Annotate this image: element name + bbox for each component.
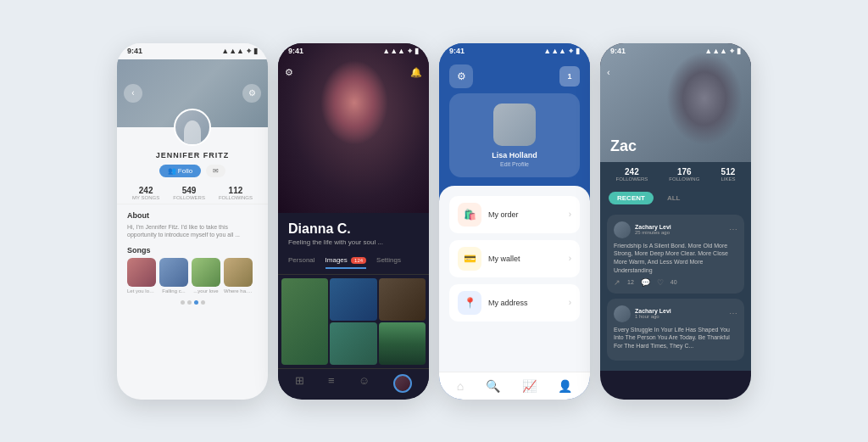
post-time-1: 25 minutes ago xyxy=(635,230,671,235)
signal-icon: ▲▲▲ xyxy=(221,47,244,55)
edit-profile-3[interactable]: Edit Profile xyxy=(500,161,529,167)
menu-item-left-address: 📍 My address xyxy=(458,291,528,315)
comment-count-1: 12 xyxy=(627,279,634,285)
nav-profile-icon[interactable]: 👤 xyxy=(558,379,572,393)
follow-button[interactable]: 👥 Follo xyxy=(159,165,201,177)
message-button[interactable]: ✉ xyxy=(206,165,225,177)
battery-icon-3: ▮ xyxy=(576,47,580,55)
stat-followers: 549 FOLLOWERS xyxy=(173,186,205,200)
nav-avatar[interactable] xyxy=(393,374,412,393)
order-icon-box: 🛍️ xyxy=(458,203,481,227)
time-1: 9:41 xyxy=(127,47,142,55)
status-bar-1: 9:41 ▲▲▲ ⌖ ▮ xyxy=(117,43,268,59)
songs-title: Songs xyxy=(127,246,258,255)
filter-recent[interactable]: RECENT xyxy=(609,192,654,204)
back-button-1[interactable]: ‹ xyxy=(124,84,142,103)
status-icons-4: ▲▲▲ ⌖ ▮ xyxy=(704,47,741,56)
grid-image-2[interactable] xyxy=(330,278,376,321)
notification-icon-2[interactable]: 🔔 xyxy=(410,67,422,78)
song-item-3[interactable]: ...your love xyxy=(192,258,220,294)
dot-3 xyxy=(194,300,198,305)
user-name-1: JENNIFER FRITZ xyxy=(117,151,268,159)
nav-grid-icon[interactable]: ⊞ xyxy=(295,374,304,393)
signal-icon-2: ▲▲▲ xyxy=(382,47,405,55)
pagination-dots xyxy=(127,300,258,305)
phone3-header: ⚙ 1 xyxy=(439,59,590,93)
status-bar-3: 9:41 ▲▲▲ ⌖ ▮ xyxy=(439,43,590,59)
follow-row: 👥 Follo ✉ xyxy=(117,159,268,182)
avatar-1 xyxy=(174,109,211,146)
grid-image-5[interactable] xyxy=(379,322,426,365)
user-name-2: Dianna C. xyxy=(288,221,419,237)
post-more-icon-1[interactable]: ⋯ xyxy=(729,225,737,234)
signal-icon-4: ▲▲▲ xyxy=(704,47,727,55)
filter-all[interactable]: ALL xyxy=(659,192,689,204)
notification-badge-3[interactable]: 1 xyxy=(559,66,580,87)
nav-home-icon[interactable]: ⌂ xyxy=(457,379,464,393)
images-badge: 124 xyxy=(351,257,366,264)
post-user-row-2: Zachary Levi 1 hour ago xyxy=(614,305,671,322)
post-user-info-1: Zachary Levi 25 minutes ago xyxy=(635,224,671,235)
time-4: 9:41 xyxy=(610,47,626,55)
wallet-icon-box: 💳 xyxy=(458,247,481,271)
tab-settings[interactable]: Settings xyxy=(376,256,401,269)
about-title: About xyxy=(127,211,258,220)
address-label: My address xyxy=(488,299,528,307)
comment-icon-1[interactable]: 💬 xyxy=(641,278,650,287)
menu-item-wallet[interactable]: 💳 My wallet › xyxy=(449,240,580,277)
about-text: Hi, I'm Jennifer Fitz. I'd like to take … xyxy=(127,223,258,240)
stat-following-4: 176 FOLLOWING xyxy=(669,167,699,182)
phone2-inner: 9:41 ▲▲▲ ⌖ ▮ ⚙ 🔔 Dianna C. Feeling the l… xyxy=(278,43,429,400)
phone1-body: About Hi, I'm Jennifer Fitz. I'd like to… xyxy=(117,204,268,312)
stat-likes-4: 512 LIKES xyxy=(721,167,735,182)
grid-image-3[interactable] xyxy=(379,278,426,321)
post-text-1: Friendship Is A Silent Bond. More Old Mo… xyxy=(614,242,737,275)
song-item-4[interactable]: Where ha...gone xyxy=(224,258,253,294)
order-icon: 🛍️ xyxy=(464,209,476,221)
tab-images[interactable]: Images 124 xyxy=(326,256,366,269)
nav-smile-icon[interactable]: ☺ xyxy=(359,374,370,393)
wifi-icon: ⌖ xyxy=(247,47,251,56)
user-info-2: Dianna C. Feeling the life with your sou… xyxy=(278,213,429,251)
address-chevron: › xyxy=(569,298,571,307)
tab-personal[interactable]: Personal xyxy=(288,256,315,269)
settings-button-1[interactable]: ⚙ xyxy=(242,84,261,103)
user-bio-2: Feeling the life with your soul ... xyxy=(288,238,419,246)
settings-icon-2[interactable]: ⚙ xyxy=(285,67,293,78)
grid-image-4[interactable] xyxy=(330,322,376,365)
phone-1: 9:41 ▲▲▲ ⌖ ▮ ‹ ⚙ JENNIFER FRITZ 👥 Follo … xyxy=(117,43,268,400)
wallet-icon: 💳 xyxy=(464,253,476,265)
song-item-1[interactable]: Let you love me xyxy=(127,258,156,294)
settings-box-3[interactable]: ⚙ xyxy=(449,64,473,88)
menu-item-left-wallet: 💳 My wallet xyxy=(458,247,520,271)
status-icons-3: ▲▲▲ ⌖ ▮ xyxy=(543,47,580,56)
back-button-4[interactable]: ‹ xyxy=(607,67,610,77)
songs-row: Let you love me Falling c... ...your lov… xyxy=(127,258,258,294)
menu-item-address[interactable]: 📍 My address › xyxy=(449,284,580,322)
order-label: My order xyxy=(488,210,519,219)
post-more-icon-2[interactable]: ⋯ xyxy=(729,309,737,318)
post-avatar-1 xyxy=(614,221,631,238)
nav-list-icon[interactable]: ≡ xyxy=(328,374,335,393)
user-name-4: Zac xyxy=(610,137,637,155)
avatar-3 xyxy=(493,104,536,146)
nav-search-icon[interactable]: 🔍 xyxy=(486,379,500,393)
stat-songs: 242 MY SONGS xyxy=(132,186,159,200)
nav-chart-icon[interactable]: 📈 xyxy=(522,379,537,393)
song-item-2[interactable]: Falling c... xyxy=(159,258,188,294)
signal-icon-3: ▲▲▲ xyxy=(543,47,566,55)
menu-item-order[interactable]: 🛍️ My order › xyxy=(449,196,580,233)
stat-followers-4: 242 FOLLOWERS xyxy=(616,167,648,182)
hero-image-2: ⚙ 🔔 xyxy=(278,43,429,213)
post-time-2: 1 hour ago xyxy=(635,314,671,319)
post-actions-1: ↗ 12 💬 ♡ 40 xyxy=(614,278,737,287)
phone-4: 9:41 ▲▲▲ ⌖ ▮ ‹ Zac 242 FOLLOWERS 176 FOL… xyxy=(600,43,751,400)
images-grid xyxy=(278,275,429,368)
like-count-1: 40 xyxy=(670,279,677,285)
stats-row-1: 242 MY SONGS 549 FOLLOWERS 112 FOLLOWING… xyxy=(117,182,268,204)
grid-image-1[interactable] xyxy=(281,278,328,365)
heart-icon-1[interactable]: ♡ xyxy=(657,278,664,287)
share-icon-1[interactable]: ↗ xyxy=(614,278,620,287)
post-avatar-2 xyxy=(614,305,631,322)
address-icon-box: 📍 xyxy=(458,291,481,315)
